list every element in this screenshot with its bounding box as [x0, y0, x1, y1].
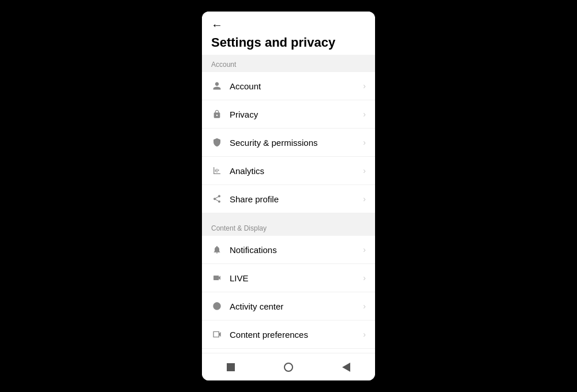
content-section-items: Notifications › LIVE ›	[202, 236, 375, 353]
person-icon	[211, 80, 223, 92]
clock-icon	[211, 300, 223, 312]
chevron-icon: ›	[363, 81, 366, 91]
chevron-icon: ›	[363, 245, 366, 254]
account-section-items: Account › Priva	[202, 72, 375, 213]
account-menu-item[interactable]: Account ›	[202, 72, 375, 100]
share-profile-menu-item[interactable]: Share profile ›	[202, 185, 375, 213]
chevron-icon: ›	[363, 301, 366, 311]
shield-icon	[211, 137, 223, 148]
lock-icon	[211, 108, 223, 120]
nav-back-button[interactable]	[340, 361, 353, 374]
activity-center-label: Activity center	[230, 301, 363, 311]
square-icon	[227, 363, 235, 371]
notifications-label: Notifications	[230, 245, 363, 255]
nav-circle-button[interactable]	[282, 361, 295, 374]
privacy-menu-item[interactable]: Privacy ›	[202, 100, 375, 129]
content-preferences-menu-item[interactable]: Content preferences ›	[202, 321, 375, 349]
chevron-icon: ›	[363, 330, 366, 339]
live-label: LIVE	[230, 273, 363, 283]
content-display-section: Content & Display Notifications ›	[202, 218, 375, 353]
chevron-icon: ›	[363, 166, 366, 175]
triangle-icon	[342, 363, 350, 372]
analytics-label: Analytics	[230, 166, 363, 176]
nav-bar	[202, 353, 375, 380]
live-icon	[211, 272, 223, 284]
back-button[interactable]: ←	[211, 18, 366, 32]
live-menu-item[interactable]: LIVE ›	[202, 264, 375, 292]
screen: ← Settings and privacy Account Account	[202, 12, 375, 380]
circle-icon	[284, 363, 293, 372]
page-title: Settings and privacy	[211, 35, 335, 50]
ads-menu-item[interactable]: Ads ›	[202, 349, 375, 353]
account-section-header: Account	[202, 55, 375, 72]
chart-icon	[211, 165, 223, 176]
chevron-icon: ›	[363, 194, 366, 203]
content-preferences-label: Content preferences	[230, 330, 363, 340]
share-profile-label: Share profile	[230, 194, 363, 204]
nav-square-button[interactable]	[224, 361, 237, 374]
account-section: Account Account ›	[202, 55, 375, 213]
privacy-label: Privacy	[230, 110, 363, 119]
section-gap	[202, 213, 375, 218]
phone-frame: ← Settings and privacy Account Account	[202, 12, 375, 380]
bell-icon	[211, 244, 223, 255]
security-menu-item[interactable]: Security & permissions ›	[202, 129, 375, 157]
header: ← Settings and privacy	[202, 12, 375, 55]
chevron-icon: ›	[363, 138, 366, 147]
notifications-menu-item[interactable]: Notifications ›	[202, 236, 375, 264]
content-area: ← Settings and privacy Account Account	[202, 12, 375, 353]
chevron-icon: ›	[363, 273, 366, 282]
activity-center-menu-item[interactable]: Activity center ›	[202, 292, 375, 321]
video-icon	[211, 329, 223, 340]
account-label: Account	[230, 81, 363, 91]
chevron-icon: ›	[363, 110, 366, 119]
content-section-header: Content & Display	[202, 218, 375, 236]
security-label: Security & permissions	[230, 138, 363, 148]
share-icon	[211, 193, 223, 205]
analytics-menu-item[interactable]: Analytics ›	[202, 157, 375, 185]
